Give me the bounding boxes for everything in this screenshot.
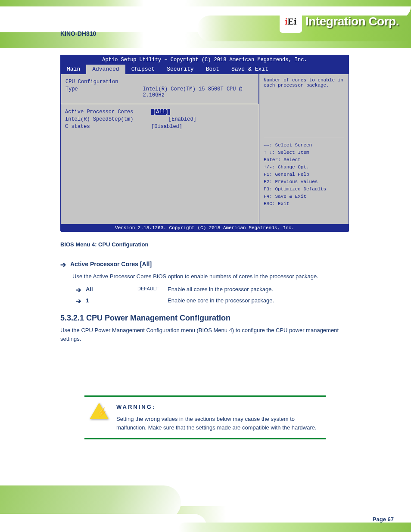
- arrow-lr-icon: ←→: [264, 143, 269, 148]
- warning-body: Setting the wrong values in the sections…: [116, 415, 321, 432]
- tab-security[interactable]: Security: [161, 65, 199, 74]
- tab-boot[interactable]: Boot: [200, 65, 225, 74]
- warning-title: WARNING:: [116, 403, 321, 411]
- default-tag: DEFAULT: [137, 286, 168, 291]
- bios-cstates-value[interactable]: [Disabled]: [151, 124, 182, 130]
- bios-help-panel: Number of cores to enable in each proces…: [259, 74, 349, 224]
- tab-save-exit[interactable]: Save & Exit: [225, 65, 274, 74]
- bios-main-panel: CPU Configuration TypeIntel(R) Core(TM) …: [61, 74, 259, 224]
- bullet-arrow-icon: ➔: [60, 261, 66, 269]
- bios-cstates-label: C states: [65, 124, 151, 130]
- bios-speedstep-value[interactable]: [Enabled]: [168, 116, 196, 122]
- bullet-arrow-icon: ➔: [76, 297, 81, 305]
- bios-type-label: Type: [65, 86, 143, 98]
- tab-chipset[interactable]: Chipset: [125, 65, 161, 74]
- bios-keymap: ←→: Select Screen ↑ ↓: Select Item Enter…: [264, 142, 344, 208]
- suboption-key: All: [86, 286, 137, 292]
- page-header: iEi Integration Corp.: [0, 0, 411, 48]
- product-name: KINO-DH310: [60, 30, 96, 37]
- bios-help-text: Number of cores to enable in each proces…: [264, 78, 344, 138]
- warning-box: ⚡ WARNING: Setting the wrong values in t…: [84, 395, 326, 439]
- warning-icon: ⚡: [90, 403, 110, 420]
- bios-section-label: CPU Configuration: [65, 79, 152, 85]
- bios-cores-label: Active Processor Cores: [65, 109, 151, 115]
- tab-advanced[interactable]: Advanced: [86, 65, 125, 74]
- bios-cores-value[interactable]: [All]: [151, 109, 170, 115]
- warning-divider: [84, 438, 326, 439]
- figure-caption: BIOS Menu 4: CPU Configuration: [60, 241, 148, 248]
- bios-speedstep-label: Intel(R) SpeedStep(tm): [65, 116, 168, 122]
- bullet-arrow-icon: ➔: [76, 286, 81, 294]
- page-footer: Page 67: [0, 482, 411, 532]
- section-description: Use the CPU Power Management Configurati…: [60, 326, 353, 343]
- suboption-text: Enable all cores in the processor packag…: [168, 286, 273, 292]
- option-heading: Active Processor Cores [All]: [70, 261, 152, 268]
- bios-menu-bar: Main Advanced Chipset Security Boot Save…: [61, 65, 349, 74]
- bios-title: Aptio Setup Utility – Copyright (C) 2018…: [61, 55, 349, 65]
- lightning-icon: ⚡: [97, 407, 107, 417]
- arrow-ud-icon: ↑ ↓: [264, 150, 272, 155]
- body-content: ➔ Active Processor Cores [All] Use the A…: [60, 256, 353, 343]
- option-description: Use the Active Processor Cores BIOS opti…: [72, 272, 353, 281]
- logo-icon: iEi: [280, 10, 302, 33]
- bios-screenshot: Aptio Setup Utility – Copyright (C) 2018…: [60, 55, 349, 231]
- tab-main[interactable]: Main: [61, 65, 86, 74]
- page-number: Page 67: [373, 516, 394, 523]
- section-heading: 5.3.2.1 CPU Power Management Configurati…: [60, 314, 353, 323]
- bios-footer: Version 2.18.1263. Copyright (C) 2018 Am…: [61, 224, 349, 232]
- bios-type-value: Intel(R) Core(TM) i5-8500T CPU @ 2.10GHz: [143, 86, 254, 98]
- suboption-key: 1: [86, 297, 137, 304]
- brand-logo: iEi Integration Corp.: [280, 10, 399, 33]
- suboption-text: Enable one core in the processor package…: [168, 297, 274, 304]
- brand-text: Integration Corp.: [305, 15, 399, 28]
